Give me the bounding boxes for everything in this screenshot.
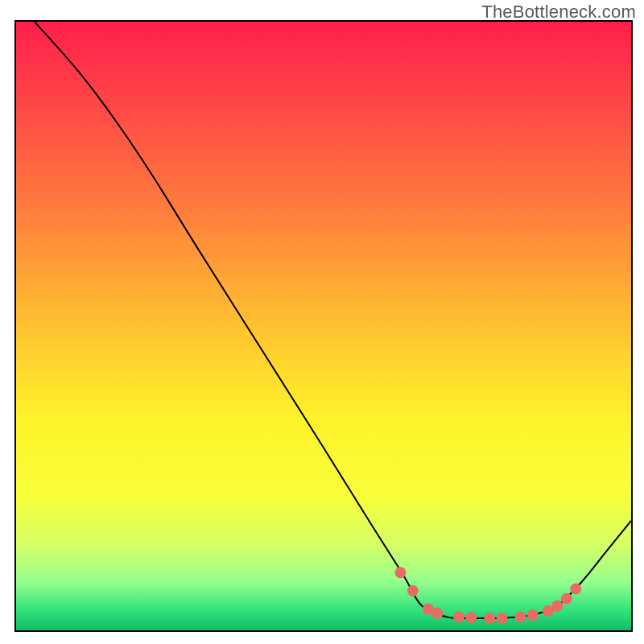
marker-dot (407, 585, 419, 597)
marker-dot (484, 613, 495, 624)
marker-dot (497, 613, 508, 624)
marker-dot (514, 611, 526, 622)
marker-dot (465, 612, 477, 623)
marker-dot (570, 584, 581, 595)
marker-dot (527, 609, 539, 621)
marker-dot (431, 608, 443, 619)
marker-dot (395, 567, 407, 578)
marker-dot (551, 601, 563, 612)
chart-container: TheBottleneck.com (0, 0, 644, 644)
plot-area (14, 20, 633, 632)
chart-svg (16, 22, 631, 630)
marker-dot (561, 593, 572, 605)
gradient-bg (16, 22, 631, 630)
marker-dot (453, 611, 464, 622)
